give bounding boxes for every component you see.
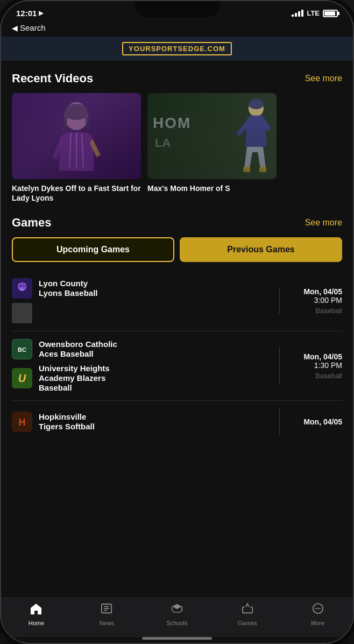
- game-sport-2: Baseball: [288, 372, 342, 380]
- app-header: YourSportsEdge.Com: [1, 37, 353, 61]
- games-title: Games: [12, 216, 51, 230]
- team-logo-hops: H: [12, 412, 32, 432]
- video-carousel[interactable]: Katelyn Dykes Off to a Fast Start for La…: [12, 93, 342, 205]
- team-sport-oc: Aces Baseball: [39, 349, 117, 359]
- game-divider-1: [279, 287, 280, 314]
- battery-icon: [323, 10, 338, 17]
- hops-logo-svg: H: [13, 413, 31, 431]
- phone-notch: [134, 1, 220, 17]
- nav-item-news[interactable]: News: [90, 603, 123, 626]
- svg-text:U: U: [18, 372, 26, 384]
- content-area[interactable]: Recent Videos See more: [1, 61, 353, 598]
- game-row-3[interactable]: H Hopkinsville Tigers Softball Mon, 04/0…: [12, 401, 342, 443]
- recent-videos-section: Recent Videos See more: [1, 61, 353, 210]
- game-info-2: Mon, 04/05 1:30 PM Baseball: [288, 352, 342, 380]
- video-thumb-1: [12, 93, 141, 179]
- uh-logo-svg: U: [13, 369, 31, 387]
- game-info-3: Mon, 04/05: [288, 417, 342, 426]
- game-date-2: Mon, 04/05: [288, 352, 342, 361]
- nav-item-schools[interactable]: Schools: [161, 603, 193, 626]
- nav-home-label: Home: [29, 620, 44, 626]
- lyon-logo-svg: [13, 279, 31, 298]
- more-icon: [311, 603, 324, 618]
- nav-item-games[interactable]: Games: [231, 603, 264, 626]
- video-card-1[interactable]: Katelyn Dykes Off to a Fast Start for La…: [12, 93, 141, 203]
- game-team-lyon: Lyon County Lyons Baseball: [12, 278, 271, 299]
- team-logo-lyon: [12, 278, 32, 299]
- game-sport-1: Baseball: [288, 307, 342, 315]
- status-right: LTE: [292, 9, 338, 17]
- upcoming-games-label: Upcoming Games: [56, 245, 130, 254]
- video-caption-1: Katelyn Dykes Off to a Fast Start for La…: [12, 183, 141, 203]
- tab-upcoming-games[interactable]: Upcoming Games: [12, 237, 174, 262]
- team-name-lyon: Lyon County: [39, 279, 97, 288]
- svg-point-12: [23, 285, 25, 287]
- game-row-2[interactable]: BC Owensboro Catholic Aces Baseball: [12, 331, 342, 401]
- team-logo-blank: [12, 303, 32, 323]
- signal-icon: [292, 10, 303, 17]
- svg-point-27: [319, 608, 321, 610]
- team-logo-uh: U: [12, 368, 32, 388]
- nav-item-home[interactable]: Home: [20, 603, 52, 626]
- video-thumb-2: HOM LA: [147, 93, 277, 179]
- nav-item-more[interactable]: More: [302, 603, 334, 626]
- back-chevron-icon: ◀: [12, 24, 18, 32]
- team-logo-oc: BC: [12, 339, 32, 359]
- location-icon: ▶: [39, 10, 43, 17]
- nav-games-label: Games: [238, 620, 257, 626]
- game-date-1: Mon, 04/05: [288, 287, 342, 296]
- phone-frame: 12:01 ▶ LTE ◀ Search Y: [0, 0, 354, 644]
- video-card-2[interactable]: HOM LA: [147, 93, 277, 203]
- svg-point-26: [317, 608, 318, 610]
- game-time-2: 1:30 PM: [288, 361, 342, 370]
- games-tab-toggle[interactable]: Upcoming Games Previous Games: [12, 237, 342, 262]
- search-bar[interactable]: ◀ Search: [1, 21, 353, 37]
- game-team-uh: U University Heights Academy Blazers Bas…: [12, 364, 271, 393]
- games-see-more[interactable]: See more: [305, 218, 342, 228]
- app-logo: YourSportsEdge.Com: [122, 42, 232, 55]
- oc-logo-svg: BC: [13, 340, 31, 358]
- recent-videos-see-more[interactable]: See more: [305, 74, 342, 83]
- game-info-1: Mon, 04/05 3:00 PM Baseball: [288, 287, 342, 315]
- games-icon: [241, 603, 254, 618]
- team-name-hops-2: Tigers Softball: [39, 422, 95, 431]
- search-label[interactable]: Search: [20, 23, 46, 32]
- team-sport-uh: Baseball: [39, 383, 110, 393]
- nav-schools-label: Schools: [166, 620, 187, 626]
- news-icon: [101, 603, 112, 618]
- team-name-uh-1: University Heights: [39, 364, 110, 373]
- game-teams-3: H Hopkinsville Tigers Softball: [12, 412, 271, 432]
- game-team-hops: H Hopkinsville Tigers Softball: [12, 412, 271, 432]
- game-row-1[interactable]: Lyon County Lyons Baseball Mon, 04/05 3:…: [12, 271, 342, 331]
- home-icon: [30, 603, 43, 618]
- nav-news-label: News: [99, 620, 114, 626]
- game-team-vs-placeholder: [12, 303, 271, 323]
- nav-more-label: More: [311, 620, 324, 626]
- previous-games-label: Previous Games: [227, 245, 294, 254]
- team-name-uh-2: Academy Blazers: [39, 373, 110, 383]
- svg-text:BC: BC: [18, 346, 26, 353]
- phone-screen: 12:01 ▶ LTE ◀ Search Y: [1, 1, 353, 643]
- game-teams-2: BC Owensboro Catholic Aces Baseball: [12, 339, 271, 393]
- recent-videos-title: Recent Videos: [12, 72, 93, 86]
- status-time: 12:01 ▶: [16, 9, 43, 18]
- game-date-3: Mon, 04/05: [288, 417, 342, 426]
- svg-point-25: [315, 608, 317, 610]
- svg-text:H: H: [19, 417, 26, 428]
- svg-point-11: [19, 285, 22, 287]
- games-section: Games See more Upcoming Games Previous G…: [1, 210, 353, 459]
- game-teams-1: Lyon County Lyons Baseball: [12, 278, 271, 323]
- recent-videos-header: Recent Videos See more: [12, 72, 342, 86]
- video-caption-2: Max's Mom Homer of S: [147, 183, 277, 193]
- game-time-1: 3:00 PM: [288, 296, 342, 305]
- games-header: Games See more: [12, 216, 342, 230]
- tab-previous-games[interactable]: Previous Games: [180, 237, 342, 262]
- game-team-oc: BC Owensboro Catholic Aces Baseball: [12, 339, 271, 359]
- time-display: 12:01: [16, 9, 37, 18]
- bottom-nav: Home News: [1, 598, 353, 637]
- team-name-oc: Owensboro Catholic: [39, 339, 117, 349]
- schools-icon: [171, 603, 183, 618]
- game-divider-2: [279, 347, 280, 385]
- game-divider-3: [279, 408, 280, 435]
- team-sport-lyon: Lyons Baseball: [39, 288, 97, 298]
